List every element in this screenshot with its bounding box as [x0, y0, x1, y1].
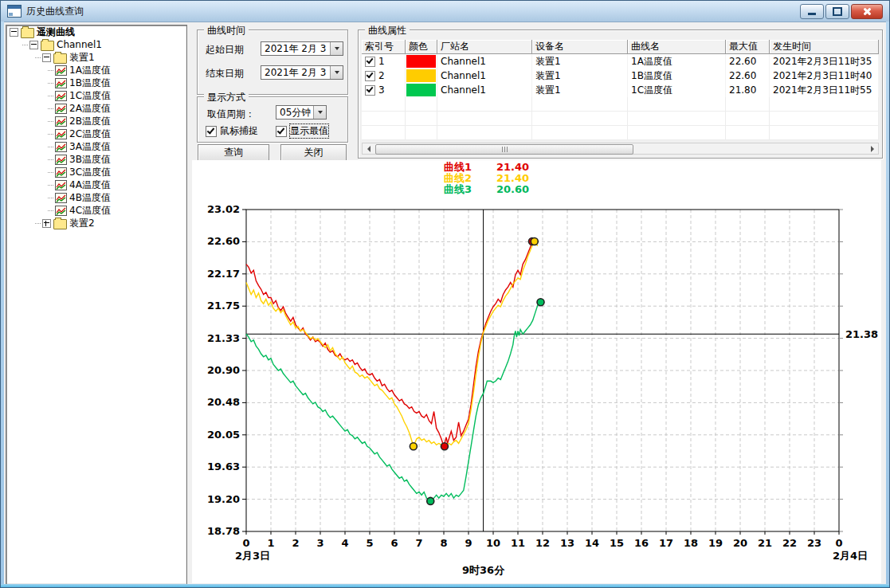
table-cell: 2021年2月3日11时40 — [770, 69, 879, 83]
curve-property-table[interactable]: 索引号颜色厂站名设备名曲线名最大值发生时间1Channel1装置11A温度值22… — [362, 40, 879, 140]
end-date-dropdown-icon[interactable] — [330, 66, 343, 79]
curve-icon — [55, 65, 67, 76]
table-row[interactable]: 2Channel1装置11B温度值22.602021年2月3日11时40 — [362, 69, 879, 83]
tree-item-label: Channel1 — [57, 39, 102, 50]
tree-connector — [48, 83, 53, 84]
checkbox-icon[interactable] — [365, 85, 375, 96]
readout-curve-name: 曲线1 — [444, 162, 485, 173]
collapse-icon[interactable] — [10, 28, 18, 37]
tree-item-4A温度值[interactable]: 4A温度值 — [6, 178, 186, 191]
history-curve-chart[interactable]: 23.0222.6022.1721.7521.3320.9020.4820.05… — [192, 200, 881, 583]
min-marker-曲线3 — [427, 497, 434, 504]
scroll-right-icon[interactable] — [866, 143, 878, 154]
table-h-scrollbar[interactable] — [362, 143, 879, 155]
close-button[interactable]: 关闭 — [280, 144, 347, 161]
collapse-icon[interactable] — [42, 53, 51, 62]
y-axis-label: 20.05 — [207, 429, 240, 441]
end-date-select[interactable]: 2021年 2月 3 — [261, 65, 343, 80]
table-row[interactable]: 1Channel1装置11A温度值22.602021年2月3日11时35 — [362, 54, 879, 69]
tree-item-2A温度值[interactable]: 2A温度值 — [6, 102, 186, 115]
x-axis-label: 7 — [415, 537, 422, 549]
period-dropdown-icon[interactable] — [313, 106, 326, 119]
tree-item-装置1[interactable]: 装置1 — [6, 51, 186, 64]
x-axis-date-start: 2月3日 — [235, 550, 270, 562]
show-extreme-checkbox[interactable]: 显示最值 — [276, 124, 328, 138]
table-empty-cell — [406, 126, 437, 140]
start-date-label: 起始日期 — [206, 43, 244, 57]
column-header-曲线名[interactable]: 曲线名 — [628, 40, 726, 54]
x-axis-label: 21 — [758, 537, 772, 549]
curve-time-group: 曲线时间 起始日期 2021年 2月 3 结束日期 2021年 2月 3 — [197, 29, 348, 95]
row-index: 3 — [378, 84, 385, 96]
mouse-capture-checkbox[interactable]: 鼠标捕捉 — [206, 124, 258, 138]
readout-curve-value: 21.40 — [485, 173, 529, 184]
minimize-button[interactable] — [800, 4, 824, 19]
y-axis-label: 18.78 — [207, 525, 240, 537]
period-select[interactable]: 05分钟 — [276, 105, 327, 120]
y-axis-label: 21.75 — [207, 300, 240, 312]
title-bar[interactable]: 历史曲线查询 — [1, 1, 889, 22]
table-empty-row — [362, 126, 879, 140]
checkbox-icon[interactable] — [365, 71, 375, 81]
table-empty-cell — [406, 97, 437, 112]
tree-item-4C温度值[interactable]: 4C温度值 — [6, 204, 186, 217]
table-cell: Channel1 — [437, 83, 532, 97]
scroll-left-icon[interactable] — [363, 143, 374, 154]
tree-item-3C温度值[interactable]: 3C温度值 — [6, 166, 186, 178]
column-header-最大值[interactable]: 最大值 — [726, 40, 770, 54]
expand-icon[interactable] — [42, 219, 51, 228]
start-date-dropdown-icon[interactable] — [330, 42, 343, 55]
tree-connector — [22, 45, 28, 45]
curve-icon — [55, 193, 67, 203]
tree-item-1C温度值[interactable]: 1C温度值 — [6, 89, 186, 102]
tree-item-3B温度值[interactable]: 3B温度值 — [6, 153, 186, 166]
table-empty-cell — [532, 97, 628, 112]
table-empty-cell — [362, 112, 406, 126]
column-header-发生时间[interactable]: 发生时间 — [770, 40, 879, 54]
curve-icon — [55, 206, 67, 216]
y-axis-label: 22.17 — [207, 268, 240, 280]
row-checkbox[interactable]: 2 — [362, 69, 406, 83]
table-cell: Channel1 — [437, 54, 532, 69]
close-window-button[interactable] — [851, 4, 883, 19]
restore-button[interactable] — [825, 4, 849, 19]
tree-item-4B温度值[interactable]: 4B温度值 — [6, 191, 186, 204]
tree-item-3A温度值[interactable]: 3A温度值 — [6, 140, 186, 153]
row-checkbox[interactable]: 1 — [362, 54, 406, 69]
column-header-厂站名[interactable]: 厂站名 — [437, 40, 532, 54]
tree-item-Channel1[interactable]: Channel1 — [6, 38, 186, 51]
tree-item-遥测曲线[interactable]: 遥测曲线 — [6, 25, 186, 38]
tree-item-1B温度值[interactable]: 1B温度值 — [6, 76, 186, 89]
row-checkbox[interactable]: 3 — [362, 83, 406, 97]
table-empty-cell — [437, 112, 532, 126]
table-cell: 21.80 — [726, 83, 770, 97]
table-empty-cell — [726, 126, 770, 140]
x-axis-label: 18 — [684, 537, 698, 549]
query-button[interactable]: 查询 — [198, 144, 269, 161]
tree-connector — [48, 172, 53, 173]
scrollbar-thumb[interactable] — [375, 144, 633, 155]
curve-icon — [55, 167, 67, 178]
table-empty-cell — [532, 126, 628, 140]
start-date-select[interactable]: 2021年 2月 3 — [261, 41, 343, 56]
column-header-索引号[interactable]: 索引号 — [362, 40, 406, 54]
tree-item-装置2[interactable]: 装置2 — [6, 217, 186, 229]
tree-item-label: 4C温度值 — [69, 204, 111, 218]
tree-item-2B温度值[interactable]: 2B温度值 — [6, 115, 186, 127]
column-header-设备名[interactable]: 设备名 — [532, 40, 628, 54]
column-header-颜色[interactable]: 颜色 — [406, 40, 437, 54]
tree-item-2C温度值[interactable]: 2C温度值 — [6, 127, 186, 140]
table-row[interactable]: 3Channel1装置11C温度值21.802021年2月3日11时55 — [362, 83, 879, 97]
x-axis-label: 5 — [366, 537, 373, 549]
x-axis-date-end: 2月4日 — [833, 550, 868, 562]
table-empty-cell — [532, 112, 628, 126]
readout-curve-value: 20.60 — [485, 184, 529, 195]
tree-connector — [48, 159, 53, 160]
x-axis-label: 12 — [535, 537, 550, 549]
table-empty-cell — [726, 112, 770, 126]
checkbox-icon[interactable] — [365, 57, 375, 67]
tree-item-1A温度值[interactable]: 1A温度值 — [6, 64, 186, 76]
tree-item-label: 1A温度值 — [69, 64, 111, 77]
curve-tree[interactable]: 遥测曲线Channel1装置11A温度值1B温度值1C温度值2A温度值2B温度值… — [6, 25, 187, 585]
collapse-icon[interactable] — [29, 41, 38, 49]
